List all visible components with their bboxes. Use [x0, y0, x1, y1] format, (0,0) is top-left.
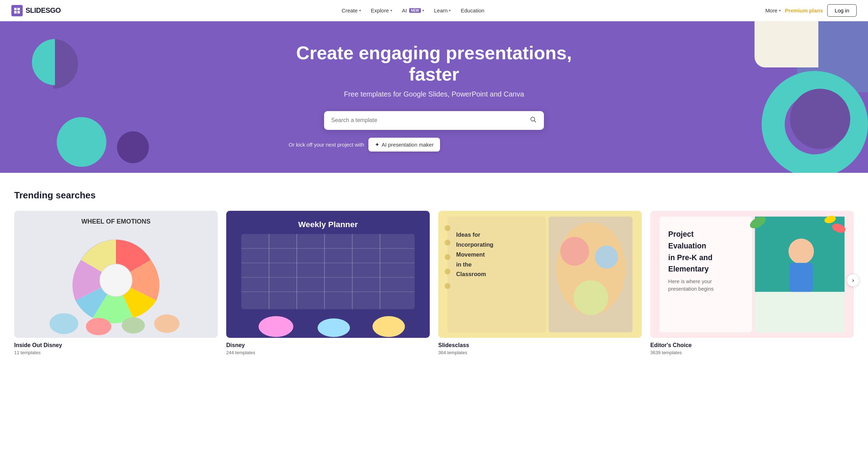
nav-learn-chevron: ▾ — [449, 9, 451, 12]
nav-premium[interactable]: Premium plans — [785, 7, 823, 13]
card-count-disney: 244 templates — [226, 350, 430, 355]
nav-explore-label: Explore — [371, 7, 389, 13]
card-title-editors-choice: Editor's Choice — [650, 342, 854, 348]
hero-title: Create engaging presentations, faster — [289, 43, 579, 85]
svg-rect-57 — [790, 263, 813, 292]
ai-cta: Or kick off your next project with ✦ AI … — [289, 138, 579, 152]
svg-rect-2 — [14, 11, 17, 13]
svg-text:Classroom: Classroom — [456, 271, 486, 277]
card-count-inside-out: 11 templates — [14, 350, 218, 355]
trending-title: Trending searches — [14, 190, 854, 201]
nav-explore[interactable]: Explore ▾ — [367, 5, 396, 16]
trending-section: Trending searches WHEEL OF EMOTIONS — [0, 173, 868, 370]
svg-rect-16 — [241, 234, 414, 309]
nav-ai-chevron: ▾ — [422, 9, 424, 12]
svg-text:Ideas for: Ideas for — [456, 231, 481, 238]
nav-more[interactable]: More ▾ — [765, 7, 780, 13]
hero-content: Create engaging presentations, faster Fr… — [289, 43, 579, 152]
svg-text:Elementary: Elementary — [668, 265, 709, 273]
card-slidesclass[interactable]: Ideas for Incorporating Movement in the … — [438, 211, 642, 356]
card-title-slidesclass: Slidesclass — [438, 342, 642, 348]
ai-button[interactable]: ✦ AI presentation maker — [368, 138, 440, 152]
card-image-editors-choice: Project Evaluation in Pre-K and Elementa… — [650, 211, 854, 338]
card-title-inside-out: Inside Out Disney — [14, 342, 218, 348]
nav-more-label: More — [765, 7, 777, 13]
svg-text:Project: Project — [668, 230, 694, 238]
svg-point-44 — [595, 245, 618, 268]
hero-subtitle: Free templates for Google Slides, PowerP… — [289, 90, 579, 98]
card-editors-choice[interactable]: Project Evaluation in Pre-K and Elementa… — [650, 211, 854, 356]
cards-wrapper: WHEEL OF EMOTIONS — [14, 211, 854, 356]
svg-point-35 — [445, 283, 450, 289]
svg-point-11 — [86, 318, 111, 335]
svg-point-33 — [445, 254, 450, 260]
svg-text:Weekly Planner: Weekly Planner — [298, 219, 358, 229]
nav-more-chevron: ▾ — [779, 9, 781, 12]
svg-point-28 — [373, 316, 405, 337]
card-image-disney: Weekly Planner — [226, 211, 430, 338]
logo-icon — [11, 5, 23, 16]
nav-learn-label: Learn — [434, 7, 447, 13]
nav-create-label: Create — [342, 7, 358, 13]
svg-point-32 — [445, 240, 450, 245]
card-inside-out[interactable]: WHEEL OF EMOTIONS — [14, 211, 218, 356]
svg-text:WHEEL OF EMOTIONS: WHEEL OF EMOTIONS — [82, 218, 151, 225]
svg-text:Evaluation: Evaluation — [668, 242, 706, 250]
svg-point-43 — [560, 237, 589, 266]
sparkle-icon: ✦ — [375, 141, 379, 148]
deco-dark-small-circle — [117, 131, 149, 163]
deco-purple-circle-right — [790, 89, 850, 149]
svg-point-9 — [100, 264, 132, 296]
card-count-editors-choice: 3639 templates — [650, 350, 854, 355]
nav-education[interactable]: Education — [456, 5, 489, 16]
svg-rect-0 — [14, 8, 17, 10]
nav-learn[interactable]: Learn ▾ — [430, 5, 455, 16]
svg-point-56 — [789, 238, 814, 264]
svg-text:in Pre-K and: in Pre-K and — [668, 253, 713, 261]
nav-education-label: Education — [461, 7, 484, 13]
svg-rect-1 — [17, 8, 20, 10]
chevron-right-icon: › — [852, 277, 854, 284]
cards-next-arrow[interactable]: › — [847, 274, 859, 287]
svg-text:presentation begins: presentation begins — [668, 286, 714, 292]
nav-ai[interactable]: AI NEW ▾ — [398, 5, 429, 16]
svg-text:Incorporating: Incorporating — [456, 241, 494, 248]
nav-login-button[interactable]: Log in — [827, 4, 857, 17]
svg-point-45 — [574, 280, 608, 315]
search-icon[interactable] — [530, 116, 537, 125]
svg-point-34 — [445, 269, 450, 274]
nav-create-chevron: ▾ — [359, 9, 361, 12]
deco-cream-rect — [755, 21, 818, 67]
nav-ai-badge: NEW — [409, 8, 421, 13]
svg-point-27 — [318, 318, 350, 337]
svg-point-31 — [445, 225, 450, 231]
nav-create[interactable]: Create ▾ — [338, 5, 365, 16]
cards-row: WHEEL OF EMOTIONS — [14, 211, 854, 356]
svg-point-26 — [258, 316, 293, 337]
nav-explore-chevron: ▾ — [390, 9, 392, 12]
card-image-slidesclass: Ideas for Incorporating Movement in the … — [438, 211, 642, 338]
svg-line-5 — [534, 120, 536, 122]
logo[interactable]: SLIDESGO — [11, 5, 61, 16]
card-count-slidesclass: 364 templates — [438, 350, 642, 355]
ai-cta-text: Or kick off your next project with — [289, 142, 364, 148]
logo-text: SLIDESGO — [26, 6, 61, 15]
svg-point-12 — [122, 317, 145, 334]
svg-point-13 — [154, 314, 180, 333]
nav-right: More ▾ Premium plans Log in — [765, 4, 857, 17]
svg-text:Movement: Movement — [456, 251, 485, 257]
search-input[interactable] — [331, 117, 526, 124]
card-title-disney: Disney — [226, 342, 430, 348]
svg-rect-3 — [17, 11, 20, 13]
deco-teal-circle-bottom-left — [57, 117, 106, 167]
ai-button-label: AI presentation maker — [382, 142, 434, 148]
svg-text:Here is where your: Here is where your — [668, 278, 712, 284]
svg-point-10 — [49, 313, 78, 334]
card-disney[interactable]: Weekly Planner — [226, 211, 430, 356]
svg-text:in the: in the — [456, 261, 472, 267]
nav-left-items: Create ▾ Explore ▾ AI NEW ▾ Learn ▾ Educ… — [338, 5, 489, 16]
search-bar — [324, 111, 544, 130]
hero-section: Create engaging presentations, faster Fr… — [0, 21, 868, 173]
nav-ai-label: AI — [402, 7, 407, 13]
card-image-inside-out: WHEEL OF EMOTIONS — [14, 211, 218, 338]
